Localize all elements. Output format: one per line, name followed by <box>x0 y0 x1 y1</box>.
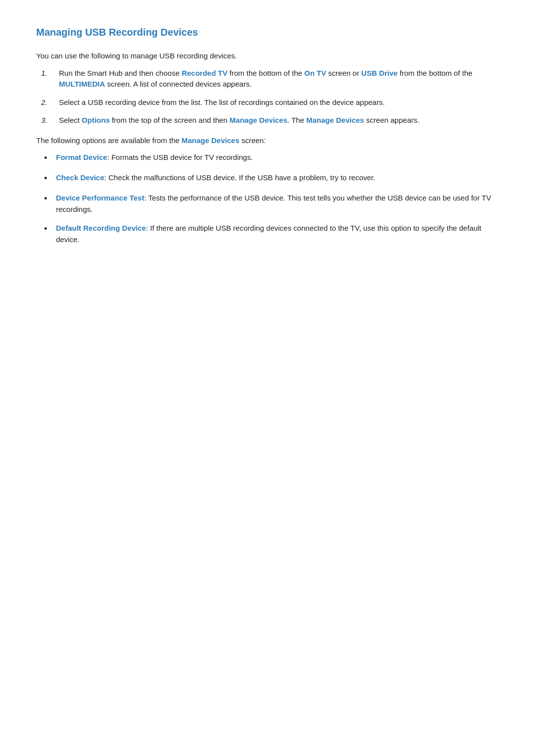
bullet-default-recording: • Default Recording Device: If there are… <box>41 223 499 245</box>
device-performance-label: Device Performance Test <box>56 194 144 202</box>
bullet-content-1: Format Device: Formats the USB device fo… <box>56 152 499 163</box>
bullet-check-device: • Check Device: Check the malfunctions o… <box>41 172 499 185</box>
on-tv-highlight: On TV <box>304 69 326 77</box>
options-list: • Format Device: Formats the USB device … <box>36 152 499 245</box>
format-device-label: Format Device <box>56 153 107 161</box>
default-recording-label: Default Recording Device <box>56 224 146 232</box>
step-1-content: Run the Smart Hub and then choose Record… <box>59 68 499 90</box>
bullet-format-device: • Format Device: Formats the USB device … <box>41 152 499 164</box>
step-2: 2. Select a USB recording device from th… <box>36 97 499 108</box>
step-2-num: 2. <box>41 97 55 108</box>
bullet-content-4: Default Recording Device: If there are m… <box>56 223 499 245</box>
usb-drive-highlight: USB Drive <box>361 69 397 77</box>
manage-devices-highlight-3: Manage Devices <box>182 136 240 145</box>
bullet-dot-3: • <box>44 193 53 205</box>
step-1: 1. Run the Smart Hub and then choose Rec… <box>36 68 499 90</box>
step-3-content: Select Options from the top of the scree… <box>59 115 499 126</box>
bullet-content-3: Device Performance Test: Tests the perfo… <box>56 193 499 215</box>
intro-text: You can use the following to manage USB … <box>36 50 499 62</box>
check-device-label: Check Device <box>56 173 105 182</box>
steps-list: 1. Run the Smart Hub and then choose Rec… <box>36 68 499 126</box>
manage-devices-highlight-2: Manage Devices <box>306 116 364 124</box>
multimedia-highlight: MULTIMEDIA <box>59 80 105 88</box>
bullet-dot-2: • <box>44 172 53 185</box>
step-2-content: Select a USB recording device from the l… <box>59 97 499 108</box>
section-intro: The following options are available from… <box>36 135 499 147</box>
page-container: Managing USB Recording Devices You can u… <box>0 0 535 293</box>
bullet-dot-4: • <box>44 223 53 235</box>
manage-devices-highlight-1: Manage Devices <box>229 116 287 124</box>
bullet-content-2: Check Device: Check the malfunctions of … <box>56 172 499 184</box>
bullet-device-performance: • Device Performance Test: Tests the per… <box>41 193 499 215</box>
recorded-tv-highlight: Recorded TV <box>182 69 228 77</box>
step-3-num: 3. <box>41 115 55 126</box>
bullet-dot-1: • <box>44 152 53 164</box>
page-title: Managing USB Recording Devices <box>36 25 499 40</box>
step-3: 3. Select Options from the top of the sc… <box>36 115 499 126</box>
options-highlight: Options <box>82 116 110 124</box>
step-1-num: 1. <box>41 68 55 79</box>
